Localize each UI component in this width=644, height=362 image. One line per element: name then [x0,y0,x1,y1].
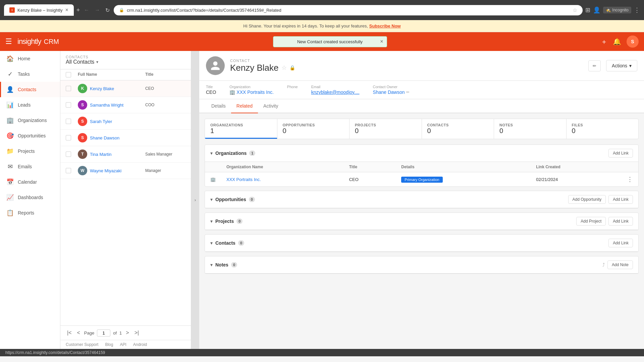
owner-label: Contact Owner [373,85,410,89]
row-checkbox-wayne[interactable] [66,168,78,173]
row-checkbox-tina[interactable] [66,152,78,157]
create-new-icon[interactable]: ＋ [601,37,607,46]
stat-notes[interactable]: NOTES 0 [494,119,567,139]
stat-contacts[interactable]: CONTACTS 0 [422,119,494,139]
add-opportunity-button[interactable]: Add Opportunity [568,195,606,204]
contacts-filter-dropdown[interactable]: All Contacts ▾ [66,59,185,65]
select-all-checkbox[interactable] [66,72,78,77]
org-row-menu-button[interactable]: ⋮ [627,176,633,183]
favorite-star-icon[interactable]: ☆ [281,64,287,71]
bookmark-icon[interactable]: ☆ [573,7,577,13]
email-value-link[interactable]: knzyblake@moodjoy.... [311,89,360,95]
customer-support-link[interactable]: Customer Support [66,342,98,347]
contact-title-tina: Sales Manager [145,152,185,157]
contacts-sub-section-header: ▾ Contacts 0 Add Link [205,235,638,252]
stat-opportunities[interactable]: OPPORTUNITIES 0 [277,119,350,139]
refresh-button[interactable]: ↻ [104,6,111,15]
page-number-input[interactable]: 1 [97,329,110,337]
contact-row-wayne[interactable]: W Wayne Miyazaki Manager [60,163,191,179]
opportunities-add-link-button[interactable]: Add Link [608,195,633,204]
stat-projects[interactable]: PROJECTS 0 [350,119,422,139]
owner-edit-icon[interactable]: ✏ [406,90,410,95]
stat-files[interactable]: FILES 0 [567,119,639,139]
sidebar-item-tasks[interactable]: ✓ Tasks [0,66,60,82]
organizations-table-row[interactable]: 🏢 XXX Portraits Inc. CEO Primary Organiz… [205,172,638,187]
sidebar-item-leads[interactable]: 📊 Leads [0,97,60,113]
contact-row-samantha[interactable]: S Samantha Wright COO [60,97,191,113]
user-avatar-button[interactable]: S [627,36,639,48]
address-bar[interactable]: 🔒 crm.na1.insightly.com/list/Contact/?bl… [114,5,583,15]
prev-page-button[interactable]: < [76,329,82,337]
contact-avatar-kenzy: K [78,84,87,93]
brand-crm: CRM [44,38,59,46]
sidebar-item-calendar[interactable]: 📅 Calendar [0,174,60,190]
organizations-add-link-button[interactable]: Add Link [608,149,633,158]
notes-section-title: Notes [215,262,228,267]
notifications-icon[interactable]: 🔔 [613,38,621,46]
browser-menu-icon[interactable]: ⋮ [634,6,640,14]
organizations-collapse-icon[interactable]: ▾ [210,150,213,156]
row-checkbox-shane[interactable] [66,135,78,140]
new-tab-button[interactable]: + [76,7,80,14]
row-checkbox-kenzy[interactable] [66,86,78,91]
sidebar-item-emails[interactable]: ✉ Emails [0,159,60,174]
toast-close-button[interactable]: × [380,39,383,45]
sidebar-item-dashboards[interactable]: 📈 Dashboards [0,190,60,205]
row-checkbox-sarah[interactable] [66,119,78,124]
blog-link[interactable]: Blog [105,342,113,347]
contact-row-shane[interactable]: S Shane Dawson [60,130,191,146]
contacts-sub-collapse-icon[interactable]: ▾ [210,240,213,246]
contacts-add-link-button[interactable]: Add Link [608,239,633,247]
notes-share-icon[interactable]: ⤴ [602,262,605,267]
add-note-button[interactable]: Add Note [607,260,633,269]
edit-contact-button[interactable]: ✏ [588,60,601,71]
extensions-icon[interactable]: ⊞ [585,6,590,14]
stat-organizations[interactable]: ORGANIZATIONS 1 [205,119,277,139]
hamburger-menu-button[interactable]: ☰ [5,37,12,46]
row-checkbox-samantha[interactable] [66,102,78,108]
contact-name-samantha: Samantha Wright [90,103,123,108]
sidebar-item-opportunities[interactable]: 🎯 Opportunities [0,128,60,143]
tab-related[interactable]: Related [231,99,258,113]
browser-tab[interactable]: I Kenzy Blake – Insightly × [4,4,74,16]
sidebar-item-home[interactable]: 🏠 Home [0,51,60,66]
sidebar-item-contacts[interactable]: 👤 Contacts [0,82,60,97]
tab-title: Kenzy Blake – Insightly [17,8,62,13]
contact-row-tina[interactable]: T Tina Martin Sales Manager [60,146,191,163]
back-button[interactable]: ← [83,6,91,14]
opportunities-collapse-icon[interactable]: ▾ [210,197,213,202]
contact-row-sarah[interactable]: S Sarah Tyler [60,113,191,130]
projects-collapse-icon[interactable]: ▾ [210,219,213,224]
app-header: ☰ insightly CRM New Contact created succ… [0,32,644,51]
col-org-title: Title [344,162,396,172]
sidebar-item-reports[interactable]: 📋 Reports [0,205,60,221]
sidebar-item-organizations[interactable]: 🏢 Organizations [0,113,60,128]
android-link[interactable]: Android [133,342,147,347]
actions-button[interactable]: Actions ▾ [606,60,637,71]
api-link[interactable]: API [120,342,126,347]
panel-expand-button[interactable]: › [191,51,199,349]
last-page-button[interactable]: >| [133,329,141,337]
first-page-button[interactable]: |< [66,329,73,337]
org-row-name-link[interactable]: XXX Portraits Inc. [226,177,261,182]
projects-count-badge: 0 [236,219,243,224]
trial-banner-text: Hi Shane. Your trial expires in 14 days.… [243,23,368,28]
projects-section: ▾ Projects 0 Add Project Add Link [205,213,639,230]
org-value-link[interactable]: 🏢 XXX Portraits Inc. [229,89,273,95]
sidebar-item-projects[interactable]: 📁 Projects [0,143,60,159]
next-page-button[interactable]: > [124,329,130,337]
tab-details[interactable]: Details [206,99,231,113]
tab-activity[interactable]: Activity [258,99,283,113]
tab-close-button[interactable]: × [65,7,68,13]
owner-value-link[interactable]: Shane Dawson ✏ [373,89,410,95]
notes-collapse-icon[interactable]: ▾ [210,262,213,267]
forward-button[interactable]: → [93,6,101,14]
sidebar-label-organizations: Organizations [18,118,47,123]
user-profile-icon[interactable]: 👤 [593,6,600,14]
contact-avatar-samantha: S [78,100,87,110]
contact-row-kenzy[interactable]: K Kenzy Blake CEO [60,80,191,97]
add-project-button[interactable]: Add Project [576,217,606,226]
subscribe-now-link[interactable]: Subscribe Now [369,23,401,28]
projects-add-link-button[interactable]: Add Link [608,217,633,226]
privacy-lock-icon[interactable]: 🔒 [289,65,295,70]
